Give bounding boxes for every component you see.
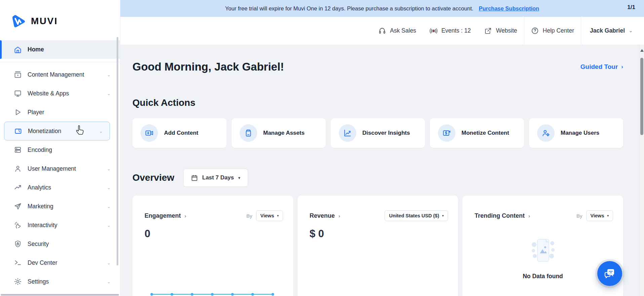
manage-users-button[interactable]: Manage Users	[529, 118, 623, 148]
add-content-button[interactable]: Add Content	[132, 118, 227, 148]
sidebar: MUVI Home Content Management ⌄	[0, 0, 120, 296]
brand-logo[interactable]: MUVI	[0, 0, 120, 32]
sidebar-item-settings[interactable]: Settings ⌄	[0, 272, 120, 291]
encoding-icon	[13, 145, 22, 154]
sidebar-item-marketing[interactable]: Marketing ⌄	[0, 197, 120, 216]
website-label: Website	[496, 27, 517, 34]
website-button[interactable]: Website	[478, 17, 524, 45]
chevron-right-icon: ›	[621, 64, 623, 70]
currency-dropdown[interactable]: United States USD ($) ▾	[385, 210, 448, 221]
sidebar-divider	[0, 62, 120, 62]
muvi-logo-icon	[11, 13, 26, 29]
chevron-right-icon: ›	[528, 213, 530, 219]
engagement-filter-value: Views	[260, 213, 274, 218]
analytics-icon	[13, 183, 22, 192]
sidebar-item-website-apps[interactable]: Website & Apps ⌄	[0, 84, 120, 103]
user-menu[interactable]: Jack Gabriel ⌄	[581, 27, 644, 34]
date-range-value: Last 7 Days	[202, 174, 234, 181]
sidebar-item-label: Home	[28, 46, 44, 53]
sidebar-item-monetization[interactable]: Monetization ⌄	[4, 122, 110, 140]
video-plus-icon	[140, 124, 158, 142]
sidebar-scrollbar[interactable]	[117, 37, 118, 265]
chat-bubbles-icon	[603, 267, 616, 280]
chevron-down-icon: ⌄	[107, 185, 111, 190]
sidebar-horizontal-scrollbar[interactable]	[1, 294, 119, 296]
chevron-right-icon: ›	[338, 213, 340, 219]
settings-gear-icon	[13, 277, 22, 286]
revenue-card-link[interactable]: Revenue ›	[310, 212, 340, 219]
chevron-right-icon: ›	[185, 213, 186, 219]
sidebar-item-label: User Management	[28, 165, 76, 172]
currency-value: United States USD ($)	[389, 213, 439, 218]
manage-assets-button[interactable]: Manage Assets	[232, 118, 326, 148]
chevron-down-icon: ⌄	[629, 28, 633, 33]
monetize-content-button[interactable]: Monetize Content	[430, 118, 524, 148]
discover-insights-button[interactable]: Discover Insights	[331, 118, 425, 148]
sidebar-nav: Home Content Management ⌄ Website & Apps…	[0, 40, 120, 291]
sidebar-item-security[interactable]: Security	[0, 235, 120, 253]
brand-name: MUVI	[31, 16, 58, 27]
revenue-value: $ 0	[310, 228, 448, 240]
sidebar-item-label: Player	[28, 109, 44, 116]
overview-cards: Engagement › By Views ▾ 0	[132, 196, 623, 296]
trending-filter-dropdown[interactable]: Views ▾	[586, 210, 613, 221]
sidebar-item-analytics[interactable]: Analytics ⌄	[0, 178, 120, 197]
page-title: Good Morning, Jack Gabriel!	[132, 60, 284, 73]
caret-down-icon: ▾	[277, 214, 279, 217]
engagement-title: Engagement	[145, 212, 181, 219]
purchase-subscription-link[interactable]: Purchase Subscription	[479, 5, 539, 12]
main-content: Good Morning, Jack Gabriel! Guided Tour …	[120, 45, 639, 296]
by-label: By	[246, 213, 252, 219]
scrollbar-thumb[interactable]	[640, 58, 643, 135]
engagement-card-link[interactable]: Engagement ›	[145, 212, 186, 219]
user-name: Jack Gabriel	[590, 27, 625, 34]
engagement-filter-dropdown[interactable]: Views ▾	[256, 210, 283, 221]
events-button[interactable]: Events : 12	[423, 17, 478, 45]
live-events-icon	[430, 27, 438, 35]
quick-action-label: Add Content	[164, 130, 198, 136]
trial-banner: Your free trial will expire for Muvi One…	[120, 0, 644, 17]
guided-tour-link[interactable]: Guided Tour ›	[580, 63, 623, 71]
sidebar-item-dev-center[interactable]: Dev Center ⌄	[0, 253, 120, 272]
caret-down-icon: ▾	[607, 214, 609, 217]
chevron-down-icon: ⌄	[107, 72, 111, 77]
engagement-card: Engagement › By Views ▾ 0	[132, 196, 293, 296]
quick-action-label: Manage Assets	[263, 130, 305, 136]
date-range-dropdown[interactable]: Last 7 Days ▾	[183, 169, 248, 187]
marketing-icon	[13, 202, 22, 211]
chat-widget-button[interactable]	[597, 261, 622, 286]
sidebar-item-interactivity[interactable]: Interactivity ⌄	[0, 216, 120, 235]
chevron-down-icon: ⌄	[107, 279, 111, 284]
sidebar-item-label: Website & Apps	[28, 90, 69, 97]
sidebar-item-label: Monetization	[28, 128, 61, 135]
sidebar-item-content-management[interactable]: Content Management ⌄	[0, 65, 120, 84]
monetize-card-icon	[438, 124, 455, 142]
manage-users-icon	[537, 124, 555, 142]
caret-down-icon: ▾	[442, 214, 444, 217]
security-shield-icon	[13, 240, 22, 248]
home-icon	[13, 45, 22, 54]
quick-action-label: Manage Users	[561, 130, 599, 136]
page-scrollbar[interactable]	[639, 45, 644, 296]
play-icon	[13, 108, 22, 117]
quick-action-label: Monetize Content	[461, 130, 509, 136]
banner-pager: 1/1	[627, 4, 635, 11]
sidebar-item-label: Dev Center	[28, 259, 57, 266]
sidebar-item-label: Settings	[28, 278, 49, 285]
sidebar-item-user-management[interactable]: User Management ⌄	[0, 159, 120, 178]
scroll-up-arrow[interactable]	[640, 49, 644, 52]
ask-sales-button[interactable]: Ask Sales	[371, 17, 423, 45]
events-label: Events : 12	[441, 27, 471, 34]
chevron-down-icon: ⌄	[107, 91, 111, 96]
quick-action-label: Discover Insights	[362, 130, 410, 136]
monitor-icon	[13, 89, 22, 98]
sidebar-item-encoding[interactable]: Encoding	[0, 140, 120, 159]
sidebar-item-home[interactable]: Home	[0, 40, 120, 59]
trending-content-card-link[interactable]: Trending Content ›	[475, 212, 530, 219]
by-label: By	[576, 213, 582, 219]
chevron-down-icon: ⌄	[107, 260, 111, 265]
trending-content-title: Trending Content	[475, 212, 525, 219]
sidebar-item-player[interactable]: Player	[0, 103, 120, 122]
help-center-button[interactable]: Help Center	[524, 17, 581, 45]
wallet-icon	[14, 127, 23, 135]
